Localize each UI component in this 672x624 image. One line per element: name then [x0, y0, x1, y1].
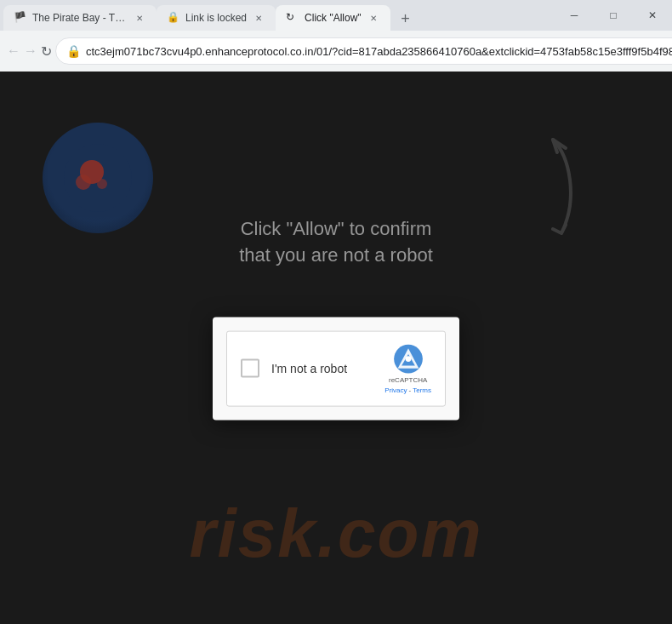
title-bar: 🏴 The Pirate Bay - The galaxy's m... ✕ 🔒… — [0, 0, 672, 31]
tab-click-allow[interactable]: ↻ Click "Allow" ✕ — [276, 5, 390, 31]
tab-piratebay[interactable]: 🏴 The Pirate Bay - The galaxy's m... ✕ — [3, 5, 157, 31]
browser-frame: 🏴 The Pirate Bay - The galaxy's m... ✕ 🔒… — [0, 0, 672, 624]
separator: - — [409, 386, 412, 393]
watermark: risk.com — [0, 495, 672, 573]
maximize-button[interactable]: □ — [594, 0, 633, 31]
svg-point-2 — [76, 175, 91, 190]
tab-bar: 🏴 The Pirate Bay - The galaxy's m... ✕ 🔒… — [0, 0, 418, 31]
recaptcha-box: I'm not a robot reCAPTCHA Privacy - Te — [226, 330, 446, 406]
lock-icon: 🔒 — [66, 44, 81, 58]
svg-point-3 — [97, 179, 107, 189]
address-bar: ← → ↻ 🔒 ctc3ejm071bc73cvu4p0.enhanceprot… — [0, 31, 672, 72]
close-button[interactable]: ✕ — [633, 0, 672, 31]
tab-favicon-click-allow: ↻ — [286, 11, 299, 25]
page-content: Click "Allow" to confirm that you are no… — [0, 72, 672, 624]
tab-title-link-locked: Link is locked — [185, 12, 247, 24]
tab-link-locked[interactable]: 🔒 Link is locked ✕ — [157, 5, 276, 31]
recaptcha-dialog: I'm not a robot reCAPTCHA Privacy - Te — [213, 317, 459, 420]
minimize-button[interactable]: ─ — [555, 0, 594, 31]
recaptcha-brand-text: reCAPTCHA — [389, 375, 427, 384]
url-bar[interactable]: 🔒 ctc3ejm071bc73cvu4p0.enhanceprotocol.c… — [55, 37, 672, 65]
title-bar-left: 🏴 The Pirate Bay - The galaxy's m... ✕ 🔒… — [0, 0, 555, 31]
reload-button[interactable]: ↻ — [41, 37, 52, 65]
tab-close-piratebay[interactable]: ✕ — [133, 11, 146, 25]
tab-title-click-allow: Click "Allow" — [305, 12, 362, 24]
privacy-link[interactable]: Privacy — [384, 386, 407, 393]
tab-favicon-piratebay: 🏴 — [14, 11, 27, 25]
arrow-svg — [485, 131, 587, 250]
recaptcha-links: Privacy - Terms — [384, 386, 431, 393]
tab-close-click-allow[interactable]: ✕ — [367, 11, 380, 25]
url-text: ctc3ejm071bc73cvu4p0.enhanceprotocol.co.… — [86, 45, 672, 58]
terms-link[interactable]: Terms — [413, 386, 431, 393]
recaptcha-right: reCAPTCHA Privacy - Terms — [384, 343, 431, 393]
tpb-logo-svg — [60, 140, 136, 216]
tpb-logo — [43, 123, 153, 233]
new-tab-button[interactable]: + — [394, 7, 418, 31]
arrow-graphic — [485, 131, 587, 254]
forward-button[interactable]: → — [24, 37, 37, 65]
recaptcha-left: I'm not a robot — [241, 359, 347, 378]
tab-title-piratebay: The Pirate Bay - The galaxy's m... — [32, 12, 128, 24]
recaptcha-label: I'm not a robot — [271, 362, 347, 375]
back-button[interactable]: ← — [7, 37, 20, 65]
recaptcha-logo-svg — [393, 343, 424, 374]
window-controls: ─ □ ✕ — [555, 0, 672, 31]
tab-favicon-link-locked: 🔒 — [167, 11, 180, 25]
recaptcha-checkbox[interactable] — [241, 359, 259, 378]
tab-close-link-locked[interactable]: ✕ — [252, 11, 265, 25]
svg-point-5 — [405, 356, 411, 362]
